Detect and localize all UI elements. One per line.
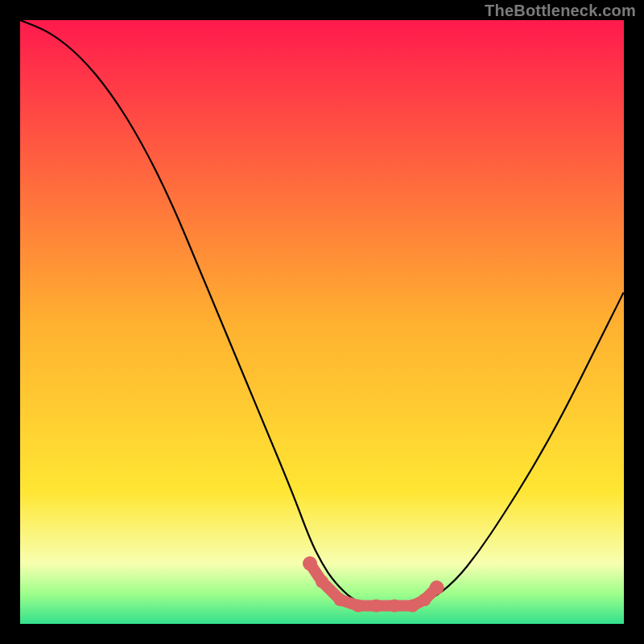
chart-svg	[20, 20, 624, 624]
sweet-spot-marker	[316, 576, 328, 588]
sweet-spot-marker	[430, 580, 444, 595]
chart-frame: TheBottleneck.com	[0, 0, 644, 644]
sweet-spot-marker	[407, 600, 419, 613]
watermark-text: TheBottleneck.com	[485, 2, 636, 20]
sweet-spot-marker	[352, 600, 365, 613]
sweet-spot-marker	[303, 556, 317, 571]
sweet-spot-marker	[388, 600, 401, 613]
sweet-spot-marker	[370, 600, 383, 613]
sweet-spot-marker	[419, 593, 431, 606]
sweet-spot-marker	[334, 593, 347, 606]
gradient-background	[20, 20, 624, 624]
plot-area	[20, 20, 624, 624]
